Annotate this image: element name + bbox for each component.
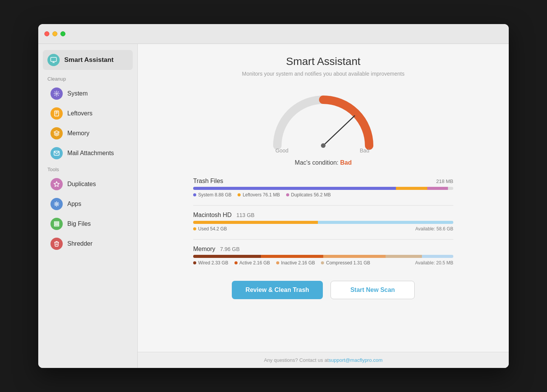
condition-text: Mac's condition: Bad	[295, 159, 352, 166]
condition-label: Mac's condition:	[295, 159, 339, 166]
svg-rect-0	[51, 57, 57, 62]
sidebar-item-smart-assistant[interactable]: Smart Assistant	[43, 50, 133, 70]
page-subtitle: Monitors your system and notifies you ab…	[242, 71, 405, 77]
wired-dot	[193, 261, 196, 264]
close-button[interactable]	[44, 31, 49, 36]
inactive-dot	[276, 261, 279, 264]
memory-icon	[50, 127, 63, 139]
svg-rect-20	[54, 224, 59, 225]
divider-1	[193, 205, 453, 206]
tools-section-label: Tools	[38, 164, 137, 175]
sidebar-item-shredder[interactable]: Shredder	[41, 234, 134, 253]
svg-point-3	[56, 93, 57, 94]
content-area: Smart Assistant Monitors your system and…	[138, 44, 509, 368]
compressed-dot	[321, 261, 324, 264]
macintosh-hd-legend: Used 54.2 GB Available: 58.6 GB	[193, 226, 453, 232]
shredder-icon	[50, 238, 63, 250]
mem-inactive-segment	[323, 255, 386, 258]
mem-active-segment	[261, 255, 323, 258]
trash-files-bar	[193, 187, 453, 190]
leftovers-dot	[238, 193, 241, 196]
svg-line-18	[57, 202, 58, 203]
svg-rect-19	[54, 222, 59, 223]
cleanup-section-label: Cleanup	[38, 73, 137, 84]
sidebar-item-big-files[interactable]: Big Files	[41, 214, 134, 233]
maximize-button[interactable]	[60, 31, 65, 36]
macintosh-hd-title-group: Macintosh HD 113 GB	[193, 212, 254, 219]
mem-compressed-segment	[386, 255, 422, 258]
mem-available-segment	[422, 255, 453, 258]
svg-point-25	[321, 143, 326, 148]
system-icon	[50, 87, 63, 100]
legend-wired: Wired 2.33 GB	[193, 260, 228, 266]
memory-stat-title: Memory	[193, 246, 215, 252]
apps-label: Apps	[67, 201, 81, 207]
sidebar-item-memory[interactable]: Memory	[41, 124, 134, 143]
divider-2	[193, 239, 453, 240]
sidebar-item-system[interactable]: System	[41, 84, 134, 103]
sidebar-item-mail-attachments[interactable]: Mail Attachments	[41, 144, 134, 163]
sidebar-item-apps[interactable]: Apps	[41, 194, 134, 214]
mail-attachments-label: Mail Attachments	[67, 150, 114, 157]
trash-system-segment	[193, 187, 396, 190]
big-files-label: Big Files	[67, 220, 91, 227]
leftovers-label: Leftovers	[67, 110, 93, 117]
trash-files-bar-segments	[193, 187, 453, 190]
legend-inactive-label: Inactive 2.16 GB	[281, 260, 315, 266]
legend-compressed-label: Compressed 1.31 GB	[326, 260, 370, 266]
sidebar-item-duplicates[interactable]: Duplicates	[41, 175, 134, 194]
trash-files-value: 218 MB	[436, 178, 453, 184]
apps-icon	[50, 198, 63, 210]
memory-bar	[193, 255, 453, 258]
duplicates-dot	[286, 193, 289, 196]
legend-duplicates: Duplicates 56.2 MB	[286, 192, 331, 198]
duplicates-label: Duplicates	[67, 181, 96, 188]
legend-compressed: Compressed 1.31 GB	[321, 260, 370, 266]
legend-duplicates-label: Duplicates 56.2 MB	[291, 192, 331, 198]
svg-line-15	[55, 202, 55, 203]
sidebar-item-leftovers[interactable]: Leftovers	[41, 104, 134, 123]
review-clean-trash-button[interactable]: Review & Clean Trash	[232, 281, 323, 299]
legend-wired-label: Wired 2.33 GB	[198, 260, 228, 266]
legend-system: System 8.88 GB	[193, 192, 231, 198]
macintosh-hd-title: Macintosh HD	[193, 212, 231, 218]
macintosh-hd-segments	[193, 221, 453, 224]
svg-line-16	[57, 205, 58, 206]
shredder-label: Shredder	[67, 240, 93, 247]
svg-marker-9	[54, 181, 59, 186]
memory-header: Memory 7.96 GB	[193, 246, 453, 253]
system-label: System	[67, 90, 88, 97]
condition-value: Bad	[340, 159, 352, 166]
trash-files-legend: System 8.88 GB Leftovers 76.1 MB Duplica…	[193, 192, 453, 198]
trash-leftovers-segment	[396, 187, 427, 190]
active-dot	[234, 261, 238, 264]
svg-marker-8	[54, 131, 59, 133]
memory-stat-subtitle: 7.96 GB	[220, 246, 239, 252]
svg-text:Bad: Bad	[360, 147, 370, 153]
memory-label: Memory	[67, 130, 90, 137]
svg-line-17	[55, 205, 55, 206]
svg-line-24	[323, 116, 355, 146]
hd-used-dot	[193, 227, 196, 230]
trash-files-row: Trash Files 218 MB	[193, 178, 453, 198]
memory-segments	[193, 255, 453, 258]
minimize-button[interactable]	[52, 31, 57, 36]
memory-legend: Wired 2.33 GB Active 2.16 GB Inactive 2.…	[193, 260, 453, 266]
page-title: Smart Assistant	[286, 55, 361, 68]
sidebar-active-label: Smart Assistant	[64, 56, 114, 64]
app-window: Smart Assistant Cleanup System	[38, 24, 509, 368]
smart-assistant-icon	[47, 54, 60, 66]
legend-hd-used: Used 54.2 GB	[193, 226, 227, 232]
svg-text:Good: Good	[275, 147, 288, 153]
gauge-svg: Good Bad	[266, 88, 381, 153]
start-new-scan-button[interactable]: Start New Scan	[330, 281, 415, 299]
trash-files-title: Trash Files	[193, 178, 223, 185]
hd-available-segment	[318, 221, 453, 224]
svg-rect-21	[54, 225, 59, 226]
footer-link[interactable]: support@macflypro.com	[329, 357, 383, 363]
big-files-icon	[50, 218, 63, 230]
duplicates-icon	[50, 178, 63, 190]
buttons-row: Review & Clean Trash Start New Scan	[232, 281, 415, 299]
legend-leftovers: Leftovers 76.1 MB	[238, 192, 280, 198]
gauge-container: Good Bad	[266, 88, 381, 153]
